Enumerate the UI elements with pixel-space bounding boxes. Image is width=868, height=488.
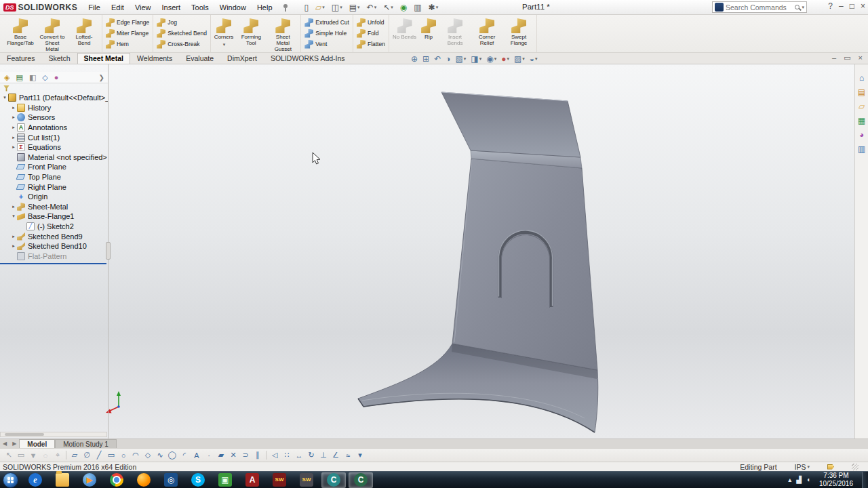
flatten-button[interactable]: Flatten [355,39,387,49]
spline-icon[interactable]: ∿ [154,449,166,461]
tray-network-icon[interactable]: ▟ [796,476,802,483]
linear-pattern-icon[interactable]: ∷ [281,449,293,461]
menu-item[interactable]: Window [214,1,252,14]
view-palette-icon[interactable]: ▦ [858,117,865,125]
taskbar-clock[interactable]: 7:36 PM 10/25/2016 [819,472,853,488]
taskbar-camtasia-recorder[interactable]: C [321,472,346,488]
doc-close-button[interactable]: × [859,54,863,62]
tree-item-origin[interactable]: Origin [0,192,108,202]
open-file-icon[interactable]: ▱ [313,2,327,13]
simple-hole-button[interactable]: Simple Hole [303,28,348,39]
tree-item-right-plane[interactable]: Right Plane [0,182,108,192]
expand-arrow-icon[interactable]: ▾ [10,214,17,219]
design-library-icon[interactable]: ▤ [858,88,865,96]
tree-item-history[interactable]: ▸ History [0,103,108,113]
arc-icon[interactable]: ◠ [130,449,142,461]
edge-flange-button[interactable]: Edge Flange [104,17,151,28]
panel-collapse-icon[interactable]: ❯ [99,74,104,81]
lasso-select-icon[interactable]: ◌ [39,449,52,461]
sheet-metal-gusset-button[interactable]: Sheet Metal Gusset [267,17,298,54]
tree-item-sketched-bend9[interactable]: ▸ Sketched Bend9 [0,231,108,241]
taskbar-solidworks-2016[interactable]: SW [267,472,292,488]
cross-break-button[interactable]: Cross-Break [155,39,201,49]
rip-button[interactable]: Rip [418,17,439,42]
quick-snaps-icon[interactable]: ∠ [330,449,342,461]
menu-item[interactable]: Insert [157,1,186,14]
tree-horizontal-scrollbar[interactable] [0,432,107,437]
units-selector[interactable]: IPS ▾ [795,463,810,471]
hide-show-items-icon[interactable]: ◉ [486,55,496,63]
circle-icon[interactable]: ○ [117,449,130,461]
convert-to-sheet-metal-button[interactable]: Convert to Sheet Metal [37,17,68,54]
tab-dimxpert[interactable]: DimXpert [220,53,264,64]
extruded-cut-button[interactable]: Extruded Cut [303,17,351,28]
close-button[interactable]: × [861,1,865,11]
rectangle-icon[interactable]: ▭ [105,449,117,461]
custom-properties-tag-icon[interactable] [827,464,834,470]
tree-item-sketch2[interactable]: (-) Sketch2 [0,222,108,232]
tree-item-sensors[interactable]: ▸ Sensors [0,113,108,123]
taskbar-solidworks-2015[interactable]: SW [294,472,319,488]
menu-item[interactable]: Help [252,1,278,14]
selection-set-icon[interactable]: ⌖ [52,449,64,461]
sketched-bend-button[interactable]: Sketched Bend [155,28,208,39]
print-icon[interactable]: ▤ [347,2,362,13]
tab-features[interactable]: Features [0,53,41,64]
taskbar-firefox[interactable] [132,472,156,488]
taskbar-green-app[interactable]: ▣ [213,472,237,488]
expand-arrow-icon[interactable]: ▾ [1,95,8,100]
task-pane-home-icon[interactable]: ⌂ [859,74,864,82]
tab-sheet-metal[interactable]: Sheet Metal [77,53,130,64]
tray-volume-icon[interactable]: ◖ [806,476,810,483]
expand-arrow-icon[interactable]: ▸ [10,115,17,120]
tab-weldments[interactable]: Weldments [130,53,179,64]
expand-arrow-icon[interactable]: ▸ [10,144,17,150]
rebuild-icon[interactable]: ◉ [398,2,409,13]
sketch-tool-icon[interactable]: ▱ [68,449,81,461]
vent-button[interactable]: Vent [303,39,328,49]
dimxpertmanager-tab-icon[interactable]: ◇ [42,74,47,81]
menu-item[interactable]: Edit [106,1,130,14]
point-icon[interactable]: · [203,449,215,461]
more-tools-icon[interactable]: ▾ [354,449,366,461]
previous-view-icon[interactable]: ↶ [434,55,441,63]
tree-item-sketched-bend10[interactable]: ▸ Sketched Bend10 [0,241,108,251]
apply-scene-icon[interactable]: ▨ [514,55,525,63]
smart-dimension-icon[interactable]: ∅ [81,449,93,461]
file-properties-icon[interactable]: ▥ [412,2,423,13]
tree-item-equations[interactable]: ▸ Equations [0,142,108,152]
file-explorer-icon[interactable]: ▱ [859,102,865,110]
tree-item-base-flange1[interactable]: ▾ Base-Flange1 [0,211,108,222]
taskbar-skype[interactable]: S [186,472,210,488]
tab-scroll-left-icon[interactable]: ◀ [0,441,9,448]
search-icon[interactable] [795,5,800,9]
tree-item-sheet-metal[interactable]: ▸ Sheet-Metal [0,202,108,212]
fold-button[interactable]: Fold [355,28,380,39]
fillet-icon[interactable]: ◜ [178,449,191,461]
resize-grip[interactable] [852,464,859,470]
save-icon[interactable]: ◫ [330,2,344,13]
filter-funnel-icon[interactable] [3,85,9,92]
rollback-bar[interactable] [0,263,106,264]
appearances-icon[interactable]: ◕ [859,131,864,139]
menu-item[interactable]: File [83,1,106,14]
propertymanager-tab-icon[interactable]: ▤ [16,74,22,81]
sheet-metal-part[interactable] [358,92,598,432]
panel-splitter-grip[interactable] [106,242,111,260]
expand-arrow-icon[interactable]: ▸ [10,234,17,239]
unfold-button[interactable]: Unfold [355,17,386,28]
tree-filter-bar[interactable] [0,83,108,93]
menu-item[interactable]: View [130,1,157,14]
options-icon[interactable]: ✱ [427,2,441,13]
search-commands-box[interactable]: ▾ [712,1,807,13]
tree-item-top-plane[interactable]: Top Plane [0,172,108,182]
text-icon[interactable]: A [191,449,203,461]
swept-flange-button[interactable]: Swept Flange [503,17,534,48]
configurationmanager-tab-icon[interactable]: ◧ [29,74,36,81]
offset-entities-icon[interactable]: ∥ [252,449,264,461]
section-view-icon[interactable]: ◑ [446,55,450,63]
minimize-button[interactable]: – [839,1,844,11]
view-orientation-icon[interactable]: ▧ [455,55,466,63]
ellipse-icon[interactable]: ◯ [166,449,178,461]
select-icon[interactable]: ↖ [381,2,395,13]
